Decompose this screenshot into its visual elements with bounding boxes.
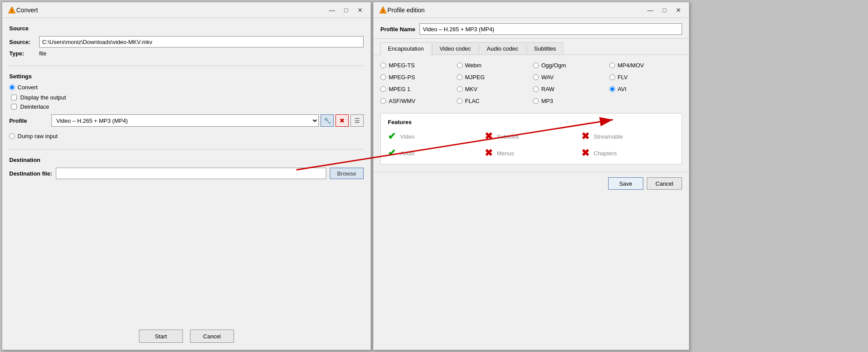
label-webm[interactable]: Webm	[465, 62, 481, 69]
option-avi: AVI	[609, 86, 682, 92]
subtitles-feature-label: Subtitles	[497, 133, 519, 140]
label-mp3[interactable]: MP3	[541, 98, 553, 104]
radio-webm[interactable]	[457, 62, 463, 68]
radio-mp3[interactable]	[533, 98, 539, 104]
label-mkv[interactable]: MKV	[465, 86, 478, 92]
dump-radio[interactable]	[9, 133, 15, 139]
display-output-checkbox[interactable]	[11, 95, 17, 100]
browse-btn[interactable]: Browse	[330, 168, 364, 179]
radio-ogg-ogm[interactable]	[533, 62, 539, 68]
label-flv[interactable]: FLV	[618, 74, 628, 81]
label-mjpeg[interactable]: MJPEG	[465, 74, 485, 81]
encapsulation-tab-content: MPEG-TS Webm Ogg/Ogm MP4/MOV MPEG-PS	[373, 55, 689, 172]
radio-mpeg-ps[interactable]	[380, 74, 386, 80]
encapsulation-options: MPEG-TS Webm Ogg/Ogm MP4/MOV MPEG-PS	[380, 62, 682, 104]
convert-bottom-buttons: Start Cancel	[2, 324, 371, 350]
convert-window: Convert — □ ✕ Source Source: Type: fi	[2, 2, 371, 350]
streamable-feature-label: Streamable	[594, 133, 623, 140]
profile-title-bar: Profile edition — □ ✕	[373, 2, 689, 18]
profile-cancel-btn[interactable]: Cancel	[647, 177, 682, 190]
radio-asf-wmv[interactable]	[380, 98, 386, 104]
features-box: Features ✔ Video ✖ Subtitles ✖ Streamabl…	[380, 113, 682, 165]
destination-section-title: Destination	[9, 157, 364, 163]
display-output-label[interactable]: Display the output	[20, 94, 66, 101]
label-ogg-ogm[interactable]: Ogg/Ogm	[541, 62, 566, 69]
option-mpeg-ps: MPEG-PS	[380, 74, 453, 81]
option-mjpeg: MJPEG	[457, 74, 530, 81]
profile-list-btn[interactable]: ☰	[350, 114, 364, 127]
option-mpeg-ts: MPEG-TS	[380, 62, 453, 69]
destination-section: Destination Destination file: Browse	[9, 157, 364, 185]
convert-minimize-btn[interactable]: —	[327, 5, 337, 15]
radio-flv[interactable]	[609, 74, 615, 80]
radio-flac[interactable]	[457, 98, 463, 104]
feature-audio: ✔ Audio	[388, 147, 481, 159]
svg-rect-4	[382, 11, 384, 12]
convert-cancel-btn[interactable]: Cancel	[190, 330, 234, 343]
label-avi[interactable]: AVI	[618, 86, 627, 92]
radio-avi[interactable]	[609, 86, 615, 92]
label-mpeg-ts[interactable]: MPEG-TS	[389, 62, 415, 69]
tab-encapsulation[interactable]: Encapsulation	[380, 42, 431, 55]
label-mpeg1[interactable]: MPEG 1	[389, 86, 410, 92]
profile-bottom-buttons: Save Cancel	[373, 172, 689, 195]
radio-mjpeg[interactable]	[457, 74, 463, 80]
profile-select[interactable]: Video – H.265 + MP3 (MP4)	[51, 114, 319, 127]
streamable-check-icon: ✖	[581, 131, 589, 142]
source-input[interactable]	[39, 36, 364, 48]
tabs-bar: Encapsulation Video codec Audio codec Su…	[373, 39, 689, 55]
feature-streamable: ✖ Streamable	[581, 131, 675, 142]
label-raw[interactable]: RAW	[541, 86, 554, 92]
option-ogg-ogm: Ogg/Ogm	[533, 62, 606, 69]
label-asf-wmv[interactable]: ASF/WMV	[389, 98, 416, 104]
dest-input[interactable]	[56, 168, 326, 179]
feature-video: ✔ Video	[388, 131, 481, 142]
profile-label: Profile	[9, 117, 44, 124]
save-btn[interactable]: Save	[608, 177, 643, 190]
profile-name-row: Profile Name	[373, 18, 689, 39]
profile-delete-btn[interactable]: ✖	[336, 114, 349, 127]
deinterlace-label[interactable]: Deinterlace	[20, 103, 49, 110]
profile-close-btn[interactable]: ✕	[673, 5, 684, 15]
settings-section: Settings Convert Display the output Dein…	[9, 73, 364, 150]
radio-mkv[interactable]	[457, 86, 463, 92]
source-section: Source Source: Type: file	[9, 25, 364, 66]
profile-vlc-icon	[379, 6, 387, 15]
radio-wav[interactable]	[533, 74, 539, 80]
convert-title-bar: Convert — □ ✕	[2, 2, 371, 18]
svg-point-2	[11, 9, 13, 11]
type-value: file	[39, 50, 47, 57]
feature-chapters: ✖ Chapters	[581, 147, 675, 159]
tab-audio-codec[interactable]: Audio codec	[479, 42, 526, 55]
convert-radio-label[interactable]: Convert	[18, 84, 38, 91]
profile-minimize-btn[interactable]: —	[645, 5, 656, 15]
profile-window-title: Profile edition	[387, 7, 645, 14]
label-mpeg-ps[interactable]: MPEG-PS	[389, 74, 415, 81]
deinterlace-checkbox[interactable]	[11, 104, 17, 110]
dest-label: Destination file:	[9, 170, 52, 177]
radio-mpeg1[interactable]	[380, 86, 386, 92]
radio-raw[interactable]	[533, 86, 539, 92]
convert-window-title: Convert	[16, 7, 327, 14]
convert-maximize-btn[interactable]: □	[341, 5, 351, 15]
option-mkv: MKV	[457, 86, 530, 92]
subtitles-check-icon: ✖	[485, 131, 492, 142]
label-flac[interactable]: FLAC	[465, 98, 480, 104]
option-raw: RAW	[533, 86, 606, 92]
tab-video-codec[interactable]: Video codec	[432, 42, 478, 55]
profile-name-label: Profile Name	[380, 26, 415, 33]
label-wav[interactable]: WAV	[541, 74, 554, 81]
convert-close-btn[interactable]: ✕	[355, 5, 365, 15]
tab-subtitles[interactable]: Subtitles	[527, 42, 564, 55]
profile-maximize-btn[interactable]: □	[659, 5, 670, 15]
source-label: Source:	[9, 39, 36, 45]
profile-name-input[interactable]	[419, 23, 682, 35]
label-mp4-mov[interactable]: MP4/MOV	[618, 62, 644, 69]
radio-mp4-mov[interactable]	[609, 62, 615, 68]
radio-mpeg-ts[interactable]	[380, 62, 386, 68]
start-btn[interactable]: Start	[139, 330, 183, 343]
audio-feature-label: Audio	[400, 150, 415, 157]
profile-edit-btn[interactable]: 🔧	[321, 114, 334, 127]
dump-radio-label[interactable]: Dump raw input	[18, 133, 58, 139]
convert-radio[interactable]	[9, 84, 15, 90]
